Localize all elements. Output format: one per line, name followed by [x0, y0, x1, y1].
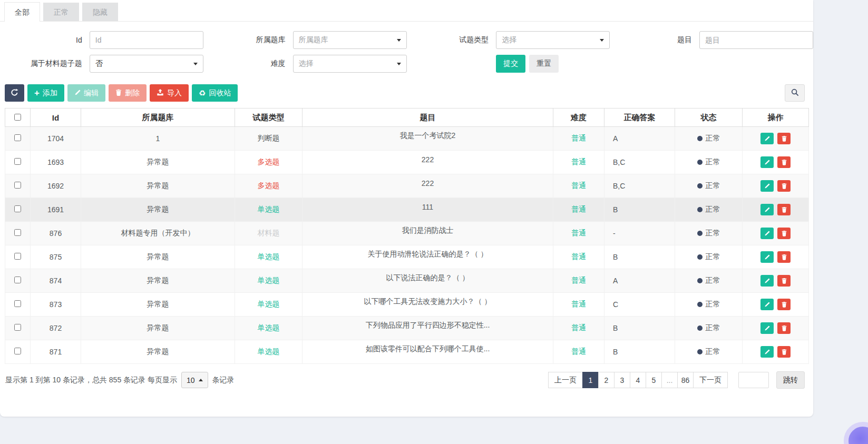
cell-actions — [743, 198, 809, 222]
trash-icon — [115, 89, 122, 97]
header-bank: 所属题库 — [81, 108, 235, 127]
pagination: 上一页 12345...86下一页 — [549, 372, 728, 388]
row-delete-button[interactable] — [777, 180, 791, 192]
row-delete-button[interactable] — [777, 346, 791, 358]
tab-all[interactable]: 全部 — [4, 2, 40, 22]
add-button[interactable]: + 添加 — [27, 84, 64, 102]
summary-text-before: 显示第 1 到第 10 条记录，总共 855 条记录 每页显示 — [5, 376, 177, 385]
cell-title: 以下哪个工具无法改变施力大小？（ ） — [303, 293, 553, 317]
cell-id: 1704 — [31, 127, 81, 151]
page-86-button[interactable]: 86 — [677, 372, 694, 388]
filter-qtype-label: 试题类型 — [407, 35, 496, 45]
cell-status: 正常 — [675, 198, 743, 222]
row-delete-button[interactable] — [777, 322, 791, 334]
row-checkbox[interactable] — [14, 205, 21, 212]
cell-status: 正常 — [675, 317, 743, 340]
row-delete-button[interactable] — [777, 156, 791, 168]
cell-actions — [743, 245, 809, 269]
row-edit-button[interactable] — [760, 322, 774, 334]
row-delete-button[interactable] — [777, 228, 791, 239]
tab-normal[interactable]: 正常 — [43, 3, 79, 21]
status-dot-icon — [697, 136, 703, 141]
cell-title: 关于使用动滑轮说法正确的是？（ ） — [303, 245, 553, 269]
row-delete-button[interactable] — [777, 204, 791, 215]
chat-widget-button[interactable] — [844, 422, 868, 444]
status-dot-icon — [697, 325, 703, 331]
select-all-checkbox[interactable] — [14, 114, 21, 121]
cell-status: 正常 — [675, 269, 743, 293]
header-answer: 正确答案 — [604, 108, 675, 127]
page-5-button[interactable]: 5 — [646, 372, 662, 388]
filter-title-input[interactable] — [699, 31, 813, 49]
refresh-icon — [11, 88, 18, 98]
refresh-button[interactable] — [5, 84, 24, 102]
delete-button: 删除 — [109, 84, 147, 102]
cell-actions — [743, 340, 809, 364]
row-select-cell — [5, 151, 31, 174]
prev-page-button[interactable]: 上一页 — [548, 372, 583, 388]
pencil-icon — [74, 89, 81, 97]
row-edit-button[interactable] — [760, 180, 774, 192]
next-page-button[interactable]: 下一页 — [693, 372, 728, 388]
row-edit-button[interactable] — [760, 156, 774, 168]
row-edit-button[interactable] — [760, 346, 774, 358]
row-edit-button[interactable] — [760, 299, 774, 310]
submit-button[interactable]: 提交 — [496, 55, 525, 73]
page-2-button[interactable]: 2 — [598, 372, 615, 388]
row-edit-button[interactable] — [760, 228, 774, 239]
row-select-cell — [5, 174, 31, 198]
tab-bar: 全部 正常 隐藏 — [0, 0, 813, 22]
recycle-icon: ♻ — [199, 89, 206, 97]
page-size-select[interactable]: 10 — [181, 372, 208, 388]
caret-down-icon — [397, 39, 401, 42]
row-edit-button[interactable] — [760, 133, 774, 144]
row-edit-button[interactable] — [760, 204, 774, 215]
page-4-button[interactable]: 4 — [630, 372, 646, 388]
filter-id-label: Id — [0, 36, 90, 44]
cell-title: 我是一个考试院2 — [303, 127, 553, 151]
row-checkbox[interactable] — [14, 253, 21, 260]
reset-button[interactable]: 重置 — [529, 55, 559, 73]
row-checkbox[interactable] — [14, 277, 21, 283]
row-checkbox[interactable] — [14, 300, 21, 307]
table-row: 871 异常题 单选题 如图该零件可以配合下列哪个工具使... 普通 B 正常 — [5, 340, 809, 364]
search-toggle-button[interactable] — [785, 84, 805, 102]
filter-id-input[interactable] — [90, 31, 203, 49]
filter-material-sub-select[interactable]: 否 — [90, 55, 203, 73]
recycle-bin-button[interactable]: ♻ 回收站 — [192, 84, 238, 102]
cell-id: 876 — [31, 222, 81, 245]
jump-button[interactable]: 跳转 — [776, 371, 805, 389]
pencil-icon — [764, 160, 770, 165]
pencil-icon — [764, 349, 770, 355]
cell-difficulty: 普通 — [553, 317, 604, 340]
jump-page-input[interactable] — [738, 372, 769, 388]
tab-hidden[interactable]: 隐藏 — [82, 3, 118, 21]
row-delete-button[interactable] — [777, 251, 791, 263]
filter-difficulty-select[interactable]: 选择 — [293, 55, 407, 73]
caret-down-icon — [193, 63, 198, 65]
cell-bank: 异常题 — [81, 317, 235, 340]
row-delete-button[interactable] — [777, 299, 791, 310]
row-checkbox[interactable] — [14, 134, 21, 141]
row-checkbox[interactable] — [14, 324, 21, 331]
filter-qtype-select[interactable]: 选择 — [496, 31, 610, 49]
row-checkbox[interactable] — [14, 348, 21, 354]
row-delete-button[interactable] — [777, 275, 791, 287]
cell-title: 111 — [303, 198, 553, 222]
status-dot-icon — [697, 231, 703, 236]
edit-button: 编辑 — [67, 84, 105, 102]
row-checkbox[interactable] — [14, 158, 21, 165]
import-button[interactable]: 导入 — [150, 84, 189, 102]
cell-difficulty: 普通 — [553, 127, 604, 151]
row-checkbox[interactable] — [14, 229, 21, 236]
cell-title: 下列物品应用了平行四边形不稳定性... — [303, 317, 553, 340]
filter-bank-select[interactable]: 所属题库 — [293, 31, 407, 49]
row-edit-button[interactable] — [760, 275, 774, 287]
trash-icon — [782, 325, 787, 331]
page-3-button[interactable]: 3 — [614, 372, 630, 388]
row-edit-button[interactable] — [760, 251, 774, 263]
page-1-button[interactable]: 1 — [582, 372, 599, 388]
row-checkbox[interactable] — [14, 182, 21, 189]
cell-id: 1693 — [31, 151, 81, 174]
row-delete-button[interactable] — [777, 133, 791, 144]
